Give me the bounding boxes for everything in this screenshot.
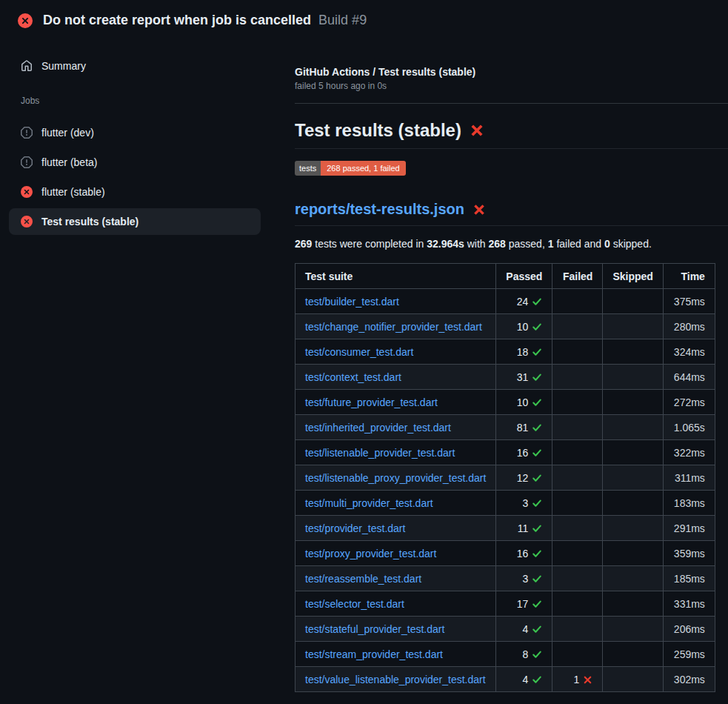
passed-cell-value: 11 <box>518 522 529 534</box>
time-cell: 375ms <box>663 289 715 314</box>
run-meta: failed 5 hours ago in 0s <box>295 81 728 91</box>
failed-cell <box>552 289 603 314</box>
test-suite-link[interactable]: test/provider_test.dart <box>305 522 405 534</box>
table-row: test/provider_test.dart11291ms <box>295 516 715 541</box>
test-results-table: Test suite Passed Failed Skipped Time te… <box>295 263 715 692</box>
time-cell: 644ms <box>663 365 715 390</box>
skipped-cell <box>603 566 663 591</box>
check-icon <box>532 624 542 634</box>
test-suite-cell: test/proxy_provider_test.dart <box>295 541 496 566</box>
time-cell: 331ms <box>663 591 715 617</box>
check-icon <box>532 523 542 534</box>
passed-cell: 17 <box>496 591 552 617</box>
table-header-row: Test suite Passed Failed Skipped Time <box>295 264 715 289</box>
table-row: test/proxy_provider_test.dart16359ms <box>295 541 715 566</box>
test-suite-cell: test/context_test.dart <box>295 365 496 390</box>
skipped-cell <box>603 365 663 390</box>
failed-cell <box>552 465 603 491</box>
time-cell: 259ms <box>663 642 715 667</box>
test-suite-link[interactable]: test/context_test.dart <box>305 371 401 383</box>
test-suite-link[interactable]: test/value_listenable_provider_test.dart <box>305 674 486 685</box>
skipped-cell <box>603 591 663 617</box>
skipped-cell <box>603 390 663 415</box>
check-icon <box>532 422 542 433</box>
passed-cell: 16 <box>496 541 552 566</box>
passed-cell-value: 18 <box>517 346 529 358</box>
test-suite-cell: test/listenable_provider_test.dart <box>295 440 496 465</box>
skipped-cell <box>603 491 663 516</box>
check-icon <box>532 347 542 357</box>
table-row: test/selector_test.dart17331ms <box>295 591 715 617</box>
summary-text: 268 <box>489 238 506 250</box>
passed-cell-value: 4 <box>523 623 529 635</box>
check-icon <box>532 649 542 660</box>
test-suite-link[interactable]: test/listenable_provider_test.dart <box>305 447 455 459</box>
passed-cell: 11 <box>496 516 552 541</box>
jobs-section-label: Jobs <box>9 96 281 106</box>
test-suite-link[interactable]: test/inherited_provider_test.dart <box>305 422 451 434</box>
passed-cell: 4 <box>496 667 552 692</box>
check-icon <box>532 674 542 685</box>
test-suite-link[interactable]: test/listenable_proxy_provider_test.dart <box>305 472 486 484</box>
passed-cell-value: 12 <box>517 472 529 484</box>
test-suite-link[interactable]: test/multi_provider_test.dart <box>305 497 433 509</box>
header-divider <box>295 103 728 104</box>
table-body: test/builder_test.dart24375mstest/change… <box>295 289 715 692</box>
sidebar-item-summary[interactable]: Summary <box>9 56 281 76</box>
failed-cell <box>552 566 603 591</box>
test-suite-link[interactable]: test/stream_provider_test.dart <box>305 648 443 660</box>
test-suite-cell: test/consumer_test.dart <box>295 339 496 365</box>
test-suite-cell: test/value_listenable_provider_test.dart <box>295 667 496 692</box>
skipped-cell <box>603 667 663 692</box>
page-title: Do not create report when job is cancell… <box>43 13 311 28</box>
report-file-link[interactable]: reports/test-results.json <box>295 201 464 218</box>
sidebar-item-test-results-stable[interactable]: Test results (stable) <box>9 208 261 235</box>
stop-octagon-icon <box>21 156 33 168</box>
failed-cell <box>552 617 603 642</box>
test-suite-link[interactable]: test/selector_test.dart <box>305 598 404 610</box>
failed-cell <box>552 339 603 365</box>
test-suite-link[interactable]: test/stateful_provider_test.dart <box>305 623 444 635</box>
test-suite-cell: test/inherited_provider_test.dart <box>295 415 496 440</box>
passed-cell: 10 <box>496 390 552 415</box>
passed-cell: 10 <box>496 314 552 339</box>
test-suite-link[interactable]: test/reassemble_test.dart <box>305 573 421 585</box>
test-suite-link[interactable]: test/proxy_provider_test.dart <box>305 548 436 559</box>
skipped-cell <box>603 465 663 491</box>
test-suite-link[interactable]: test/future_provider_test.dart <box>305 396 438 408</box>
test-suite-link[interactable]: test/builder_test.dart <box>305 296 399 308</box>
check-icon <box>532 574 542 584</box>
badge-value: 268 passed, 1 failed <box>321 161 405 176</box>
failed-cell <box>552 541 603 566</box>
test-suite-cell: test/change_notifier_provider_test.dart <box>295 314 496 339</box>
summary-text: tests were completed in <box>312 238 427 250</box>
table-row: test/multi_provider_test.dart3183ms <box>295 491 715 516</box>
test-suite-cell: test/provider_test.dart <box>295 516 496 541</box>
passed-cell-value: 10 <box>517 321 529 333</box>
time-cell: 302ms <box>663 667 715 692</box>
passed-cell: 8 <box>496 642 552 667</box>
passed-cell-value: 24 <box>517 296 529 308</box>
x-circle-icon <box>21 186 33 198</box>
passed-cell-value: 3 <box>523 573 529 585</box>
skipped-cell <box>603 415 663 440</box>
skipped-cell <box>603 541 663 566</box>
sidebar-item-flutter-stable[interactable]: flutter (stable) <box>9 177 261 207</box>
column-header-failed: Failed <box>552 264 603 289</box>
skipped-cell <box>603 617 663 642</box>
tests-badge: tests 268 passed, 1 failed <box>295 161 406 176</box>
test-suite-link[interactable]: test/consumer_test.dart <box>305 346 413 358</box>
table-row: test/reassemble_test.dart3185ms <box>295 566 715 591</box>
passed-cell: 4 <box>496 617 552 642</box>
check-icon <box>532 473 542 483</box>
sidebar-item-flutter-dev[interactable]: flutter (dev) <box>9 118 261 147</box>
test-suite-link[interactable]: test/change_notifier_provider_test.dart <box>305 321 482 333</box>
skipped-cell <box>603 289 663 314</box>
sidebar-item-flutter-beta[interactable]: flutter (beta) <box>9 147 261 177</box>
sidebar-item-label: flutter (beta) <box>41 156 97 168</box>
test-suite-cell: test/selector_test.dart <box>295 591 496 617</box>
main-content: GitHub Actions / Test results (stable) f… <box>281 36 728 692</box>
time-cell: 311ms <box>663 465 715 491</box>
table-row: test/listenable_provider_test.dart16322m… <box>295 440 715 465</box>
failed-cell: 1 <box>552 667 603 692</box>
